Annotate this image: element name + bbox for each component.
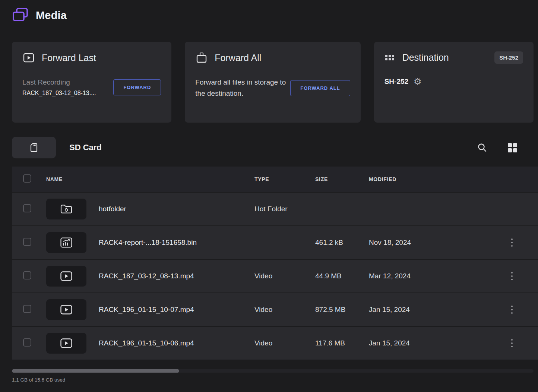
horizontal-scrollbar-thumb[interactable] [12, 369, 179, 373]
grid-view-button[interactable] [507, 142, 518, 153]
select-all-checkbox[interactable] [23, 174, 31, 183]
last-recording-label: Last Recording [22, 78, 96, 86]
grid-view-icon [507, 142, 518, 153]
forward-last-card-header: Forward Last [22, 51, 161, 64]
row-checkbox[interactable] [23, 305, 31, 313]
video-icon [60, 338, 73, 348]
video-icon [60, 304, 73, 315]
row-menu-button[interactable] [507, 336, 516, 350]
file-icon-tile [46, 299, 86, 320]
file-icon-tile [46, 199, 86, 219]
file-name: RACK_196_01-15_10-06.mp4 [99, 339, 254, 347]
chart-icon [60, 237, 73, 248]
file-modified: Jan 15, 2024 [369, 306, 486, 314]
search-icon [477, 142, 487, 153]
row-checkbox[interactable] [23, 238, 31, 246]
file-size: 117.6 MB [315, 339, 369, 347]
destination-card: Destination SH-252 SH-252 ⚙ [374, 42, 534, 123]
kebab-icon [511, 272, 513, 274]
card-title-forward-last: Forward Last [42, 53, 96, 63]
archive-box-icon [195, 51, 208, 64]
forward-last-card: Forward Last Last Recording RACK_187_03-… [12, 42, 171, 123]
table-row[interactable]: RACK_196_01-15_10-06.mp4 Video 117.6 MB … [12, 327, 538, 360]
sd-card-source-button[interactable] [12, 137, 56, 158]
column-header-name: NAME [46, 176, 254, 182]
file-type: Hot Folder [254, 205, 315, 213]
column-header-type: TYPE [254, 176, 315, 182]
file-modified: Jan 15, 2024 [369, 339, 486, 347]
media-page: Media Forward Last Last Recording RACK_1… [0, 0, 538, 392]
file-name: RACK4-report-...18-151658.bin [99, 238, 254, 247]
last-recording-info: Last Recording RACK_187_03-12_08-13.... [22, 78, 96, 97]
row-menu-button[interactable] [507, 269, 516, 283]
forward-all-card: Forward All Forward all files in storage… [185, 42, 360, 123]
page-header: Media [12, 7, 538, 23]
row-checkbox[interactable] [23, 271, 31, 279]
card-title-destination: Destination [402, 52, 449, 63]
row-checkbox[interactable] [23, 204, 31, 212]
kebab-icon [511, 306, 513, 307]
table-row[interactable]: RACK_196_01-15_10-07.mp4 Video 872.5 MB … [12, 293, 538, 327]
play-square-icon [22, 51, 35, 64]
table-body: hotfolder Hot Folder [12, 193, 538, 360]
file-name: RACK_196_01-15_10-07.mp4 [99, 306, 254, 314]
destination-value: SH-252 [384, 78, 408, 86]
card-title-forward-all: Forward All [215, 53, 261, 63]
row-menu-button[interactable] [507, 303, 516, 317]
file-size: 44.9 MB [315, 272, 369, 280]
last-recording-filename: RACK_187_03-12_08-13.... [22, 90, 96, 97]
kebab-icon [511, 339, 513, 341]
gear-icon[interactable]: ⚙ [414, 77, 422, 86]
file-size: 461.2 kB [315, 238, 369, 247]
horizontal-scrollbar-track [12, 369, 534, 373]
file-table: NAME TYPE SIZE MODIFIED [12, 167, 538, 360]
forward-all-card-header: Forward All [195, 51, 350, 64]
forward-all-description: Forward all files in storage to the dest… [195, 77, 290, 99]
kebab-icon [511, 238, 513, 240]
row-menu-button[interactable] [507, 235, 516, 250]
grid-dots-icon [384, 54, 396, 61]
page-title: Media [36, 9, 67, 22]
column-header-size: SIZE [315, 176, 369, 182]
file-icon-tile [46, 266, 86, 287]
table-row[interactable]: RACK4-report-...18-151658.bin 461.2 kB N… [12, 226, 538, 260]
file-size: 872.5 MB [315, 306, 369, 314]
table-row[interactable]: hotfolder Hot Folder [12, 193, 538, 226]
source-row: SD Card [12, 137, 534, 158]
forward-button[interactable]: FORWARD [113, 79, 161, 95]
file-modified: Nov 18, 2024 [369, 238, 486, 247]
file-icon-tile [46, 333, 86, 354]
file-name: RACK_187_03-12_08-13.mp4 [99, 272, 254, 280]
file-icon-tile [46, 232, 86, 253]
file-modified: Mar 12, 2024 [369, 272, 486, 280]
storage-usage: 1.1 GB of 15.6 GB used [12, 377, 538, 383]
media-logo-icon [12, 7, 29, 23]
summary-cards: Forward Last Last Recording RACK_187_03-… [12, 42, 534, 123]
column-header-modified: MODIFIED [369, 176, 486, 182]
file-type: Video [254, 272, 315, 280]
sd-card-icon [29, 142, 38, 153]
file-type: Video [254, 306, 315, 314]
hot-folder-icon [60, 204, 73, 214]
file-type: Video [254, 339, 315, 347]
source-title: SD Card [69, 143, 102, 152]
video-icon [60, 271, 73, 281]
file-name: hotfolder [99, 205, 254, 213]
table-row[interactable]: RACK_187_03-12_08-13.mp4 Video 44.9 MB M… [12, 260, 538, 293]
row-checkbox[interactable] [23, 338, 31, 347]
destination-badge: SH-252 [494, 51, 523, 64]
forward-all-button[interactable]: FORWARD ALL [290, 80, 350, 96]
search-button[interactable] [477, 142, 487, 153]
table-header: NAME TYPE SIZE MODIFIED [12, 167, 538, 193]
